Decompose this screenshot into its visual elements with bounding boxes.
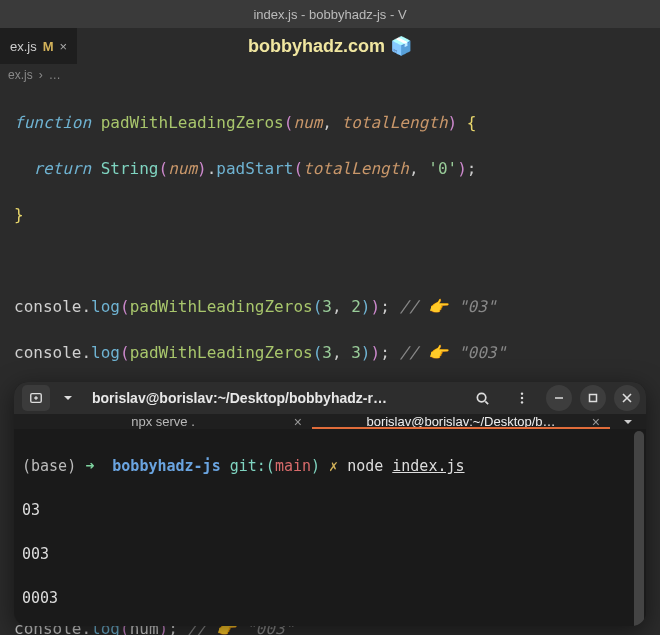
terminal-tab-label: npx serve .	[131, 414, 195, 429]
new-tab-button[interactable]	[22, 385, 50, 411]
menu-button[interactable]	[506, 382, 538, 414]
tab-modified-indicator: M	[43, 39, 54, 54]
close-icon	[622, 393, 632, 403]
code-line: console.log(padWithLeadingZeros(3, 2)); …	[14, 295, 646, 318]
tab-filename: ex.js	[10, 39, 37, 54]
terminal-window: borislav@borislav:~/Desktop/bobbyhadz-r……	[14, 382, 646, 626]
vscode-title-bar: index.js - bobbyhadz-js - V	[0, 0, 660, 28]
maximize-button[interactable]	[580, 385, 606, 411]
chevron-down-icon	[63, 393, 73, 403]
code-line	[14, 249, 646, 272]
terminal-tab-shell[interactable]: borislav@borislav:~/Desktop/b… ×	[312, 414, 610, 429]
breadcrumb-more: …	[49, 68, 61, 82]
plus-tab-icon	[29, 391, 43, 405]
search-icon	[475, 391, 490, 406]
svg-point-2	[521, 392, 523, 394]
minimize-icon	[554, 393, 564, 403]
terminal-tab-serve[interactable]: npx serve . ×	[14, 414, 312, 429]
terminal-titlebar[interactable]: borislav@borislav:~/Desktop/bobbyhadz-r…	[14, 382, 646, 414]
breadcrumb[interactable]: ex.js › …	[0, 64, 660, 86]
editor-tab-row: ex.js M × bobbyhadz.com 📦	[0, 28, 660, 64]
terminal-line: 003	[22, 543, 638, 565]
dropdown-button[interactable]	[52, 382, 84, 414]
minimize-button[interactable]	[546, 385, 572, 411]
chevron-right-icon: ›	[39, 68, 43, 82]
terminal-right-buttons	[466, 382, 640, 414]
overlay-branding: bobbyhadz.com 📦	[0, 35, 660, 57]
code-line: function padWithLeadingZeros(num, totalL…	[14, 111, 646, 134]
code-line: }	[14, 203, 646, 226]
terminal-left-buttons	[20, 382, 84, 414]
breadcrumb-file: ex.js	[8, 68, 33, 82]
overlay-text: bobbyhadz.com	[248, 36, 385, 56]
terminal-tab-row: npx serve . × borislav@borislav:~/Deskto…	[14, 414, 646, 429]
maximize-icon	[588, 393, 598, 403]
close-icon[interactable]: ×	[294, 414, 302, 430]
search-button[interactable]	[466, 382, 498, 414]
kebab-icon	[515, 391, 529, 405]
terminal-line: 0003	[22, 587, 638, 609]
close-icon[interactable]: ×	[60, 39, 68, 54]
close-icon[interactable]: ×	[592, 414, 600, 430]
terminal-scrollbar[interactable]	[634, 431, 644, 626]
chevron-down-icon	[623, 417, 633, 427]
svg-point-4	[521, 401, 523, 403]
code-line: console.log(padWithLeadingZeros(3, 3)); …	[14, 341, 646, 364]
window-title: index.js - bobbyhadz-js - V	[253, 7, 406, 22]
code-line: return String(num).padStart(totalLength,…	[14, 157, 646, 180]
terminal-line: (base) ➜ bobbyhadz-js git:(main) ✗ node …	[22, 455, 638, 477]
terminal-line: 03	[22, 499, 638, 521]
terminal-tab-dropdown[interactable]	[610, 414, 646, 429]
terminal-tab-label: borislav@borislav:~/Desktop/b…	[366, 414, 555, 429]
terminal-title: borislav@borislav:~/Desktop/bobbyhadz-r…	[84, 390, 466, 406]
editor-tab[interactable]: ex.js M ×	[0, 28, 77, 64]
svg-point-3	[521, 397, 523, 399]
package-icon: 📦	[390, 36, 412, 56]
svg-point-1	[477, 393, 485, 401]
close-button[interactable]	[614, 385, 640, 411]
terminal-body[interactable]: (base) ➜ bobbyhadz-js git:(main) ✗ node …	[14, 429, 646, 626]
svg-rect-5	[590, 395, 597, 402]
